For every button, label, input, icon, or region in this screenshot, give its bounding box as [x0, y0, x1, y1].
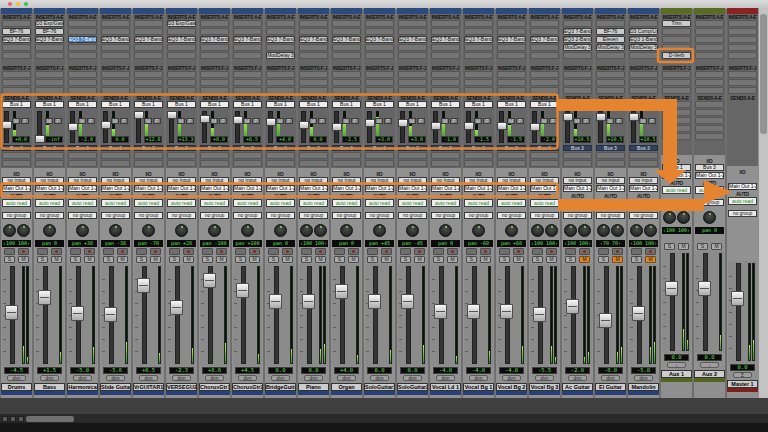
input-monitor-button[interactable] — [598, 248, 609, 255]
insert-slot-d[interactable] — [200, 44, 229, 51]
pan-knob[interactable] — [597, 224, 610, 237]
insert-slot-fj[interactable] — [365, 87, 394, 94]
insert-slot-fj[interactable] — [266, 71, 295, 78]
mute-button[interactable]: M — [315, 256, 326, 263]
record-enable-button[interactable] — [183, 248, 194, 255]
send-slot-empty[interactable] — [35, 160, 64, 167]
minimize-window-icon[interactable] — [16, 2, 20, 6]
insert-slot-a[interactable] — [233, 20, 262, 27]
insert-slot-fj[interactable] — [629, 79, 658, 86]
insert-slot-fj[interactable] — [695, 79, 724, 86]
send-mute-button[interactable]: M — [177, 118, 185, 124]
insert-slot-fj[interactable] — [695, 71, 724, 78]
voice-selector[interactable]: dyn — [436, 375, 455, 381]
send-slot-empty[interactable] — [695, 109, 724, 116]
send-slot-empty[interactable] — [299, 160, 328, 167]
group-selector[interactable]: no group — [134, 212, 163, 219]
voice-selector[interactable]: dyn — [337, 375, 356, 381]
record-enable-button[interactable] — [414, 248, 425, 255]
insert-slot-d[interactable] — [497, 44, 526, 51]
mute-button[interactable]: M — [84, 256, 95, 263]
pan-knob[interactable] — [677, 211, 690, 224]
automation-mode-selector[interactable]: auto read — [695, 186, 724, 194]
insert-slot-fj[interactable] — [332, 87, 361, 94]
insert-slot-c[interactable]: EQ3 7-Band — [35, 36, 64, 43]
mute-button[interactable]: M — [579, 256, 590, 263]
output-selector[interactable]: Main Out 1-2 — [134, 185, 163, 192]
input-selector[interactable]: no input — [629, 177, 658, 184]
insert-slot-fj[interactable] — [629, 87, 658, 94]
automation-mode-selector[interactable]: auto read — [464, 199, 493, 207]
insert-slot-fj[interactable] — [431, 87, 460, 94]
insert-slot-d[interactable] — [530, 44, 559, 51]
send-pre-button[interactable]: P — [252, 118, 260, 124]
insert-slot-a[interactable] — [464, 20, 493, 27]
output-selector[interactable]: Main Out 1-2 — [596, 185, 625, 192]
group-selector[interactable]: no group — [563, 212, 592, 219]
pan-knob[interactable] — [644, 224, 657, 237]
insert-slot-fj[interactable] — [134, 87, 163, 94]
send-b-bus-label[interactable]: Bus 3 — [2, 145, 31, 151]
output-selector[interactable]: Main Out 1-2 — [167, 185, 196, 192]
fader-cap[interactable] — [632, 306, 645, 321]
insert-slot-b[interactable] — [695, 28, 724, 35]
insert-slot-a[interactable] — [299, 20, 328, 27]
send-slot-empty[interactable] — [497, 160, 526, 167]
horizontal-scrollbar-thumb[interactable] — [26, 416, 74, 422]
send-b-bus-label[interactable]: Bus 3 — [332, 145, 361, 151]
send-a-bus-selector[interactable]: Bus 1 — [530, 101, 559, 108]
send-slot-empty[interactable] — [167, 160, 196, 167]
input-monitor-button[interactable] — [268, 248, 279, 255]
send-a-bus-selector[interactable]: Bus 1 — [167, 101, 196, 108]
send-fader-cap[interactable] — [596, 113, 606, 121]
insert-slot-a[interactable] — [365, 20, 394, 27]
insert-slot-c[interactable] — [728, 36, 757, 43]
send-pre-button[interactable]: P — [450, 118, 458, 124]
insert-slot-d[interactable] — [299, 44, 328, 51]
input-monitor-button[interactable] — [466, 248, 477, 255]
input-selector[interactable]: no input — [332, 177, 361, 184]
track-name[interactable]: ChorusGtr2 — [232, 383, 263, 391]
send-slot-empty[interactable] — [134, 152, 163, 159]
send-slot-empty[interactable] — [596, 152, 625, 159]
send-slot-empty[interactable] — [167, 152, 196, 159]
insert-slot-fj[interactable] — [35, 87, 64, 94]
mute-button[interactable]: M — [249, 256, 260, 263]
send-fader-cap[interactable] — [530, 123, 540, 131]
mute-button[interactable]: M — [282, 256, 293, 263]
insert-slot-d[interactable] — [101, 44, 130, 51]
track-name[interactable]: VrGUITAR1 — [133, 383, 164, 391]
send-a-bus-selector[interactable]: Bus 1 — [266, 101, 295, 108]
horizontal-scrollbar[interactable] — [0, 414, 768, 423]
insert-slot-c[interactable]: EQ3 7-Band — [101, 36, 130, 43]
insert-slot-c[interactable]: EQ3 7-Band — [365, 36, 394, 43]
insert-slot-e[interactable] — [332, 52, 361, 59]
voice-selector[interactable]: dyn — [139, 375, 158, 381]
send-pre-button[interactable]: P — [318, 118, 326, 124]
pan-knob[interactable] — [630, 224, 643, 237]
fader-cap[interactable] — [269, 294, 282, 309]
insert-slot-fj[interactable] — [563, 79, 592, 86]
insert-slot-d[interactable] — [464, 44, 493, 51]
record-enable-button[interactable] — [216, 248, 227, 255]
insert-slot-fj[interactable] — [596, 79, 625, 86]
track-name[interactable]: Slide Guitar — [100, 383, 131, 391]
insert-slot-b[interactable]: BF-76 — [2, 28, 31, 35]
insert-slot-fj[interactable] — [431, 79, 460, 86]
pan-knob[interactable] — [142, 224, 155, 237]
input-selector[interactable]: no input — [365, 177, 394, 184]
solo-button[interactable]: S — [103, 256, 114, 263]
mute-button[interactable]: M — [150, 256, 161, 263]
send-slot-empty[interactable] — [497, 152, 526, 159]
insert-slot-fj[interactable] — [464, 79, 493, 86]
voice-selector[interactable]: dyn — [172, 375, 191, 381]
insert-slot-c[interactable]: EQ3 7-Band — [464, 36, 493, 43]
record-enable-button[interactable] — [84, 248, 95, 255]
insert-slot-fj[interactable] — [2, 71, 31, 78]
send-pre-button[interactable]: P — [120, 118, 128, 124]
solo-button[interactable]: S — [169, 256, 180, 263]
send-mute-button[interactable]: M — [78, 118, 86, 124]
send-slot-empty[interactable] — [563, 160, 592, 167]
send-slot-empty[interactable] — [662, 101, 691, 108]
output-selector[interactable]: Main Out 1-2 — [332, 185, 361, 192]
